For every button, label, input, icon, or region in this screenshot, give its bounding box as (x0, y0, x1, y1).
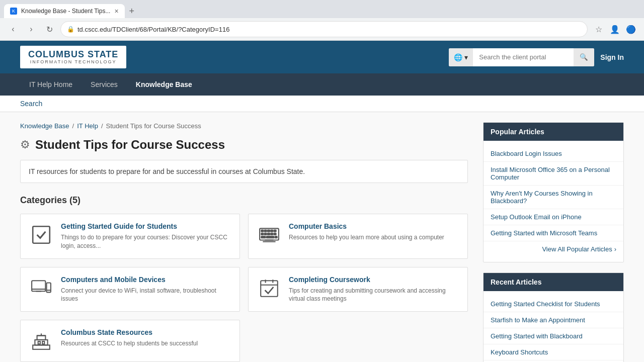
computer-basics-icon (257, 222, 282, 247)
search-button[interactable]: 🔍 (574, 48, 594, 66)
header-right: 🌐 ▾ 🔍 Sign In (449, 48, 624, 66)
computer-basics-title[interactable]: Computer Basics (289, 222, 444, 230)
svg-rect-9 (268, 233, 270, 235)
secondary-search-link[interactable]: Search (20, 100, 42, 108)
getting-started-icon (29, 222, 54, 247)
recent-articles-section: Recent Articles Getting Started Checklis… (483, 273, 624, 362)
computer-basics-desc: Resources to help you learn more about u… (289, 233, 444, 242)
site-nav: IT Help Home Services Knowledge Base (0, 73, 644, 96)
tab-title: Knowledge Base - Student Tips... (21, 8, 110, 15)
profile-button[interactable]: 👤 (608, 22, 622, 36)
breadcrumb-current: Student Tips for Course Success (106, 122, 201, 130)
bookmark-button[interactable]: ☆ (592, 22, 606, 36)
recent-article-4[interactable]: Keyboard Shortcuts (484, 344, 623, 360)
svg-rect-31 (38, 341, 40, 344)
svg-rect-5 (271, 230, 273, 232)
category-card-getting-started[interactable]: Getting Started Guide for Students Thing… (20, 214, 240, 259)
settings-icon: ⚙ (20, 138, 30, 151)
page-title-area: ⚙ Student Tips for Course Success (20, 138, 468, 152)
new-tab-button[interactable]: + (125, 4, 139, 18)
breadcrumb: Knowledge Base / IT Help / Student Tips … (20, 122, 468, 130)
categories-grid: Getting Started Guide for Students Thing… (20, 214, 468, 362)
nav-item-knowledge-base[interactable]: Knowledge Base (127, 73, 201, 96)
content-area: Knowledge Base / IT Help / Student Tips … (20, 122, 468, 362)
sign-in-button[interactable]: Sign In (600, 53, 624, 61)
logo: Columbus State Information Technology (20, 46, 126, 69)
extensions-button[interactable]: 🔵 (624, 22, 638, 36)
forward-button[interactable]: › (24, 22, 38, 36)
svg-rect-4 (268, 230, 270, 232)
svg-rect-27 (35, 340, 47, 345)
url-text: td.cscc.edu/TDClient/68/Portal/KB/?Categ… (77, 26, 229, 33)
breadcrumb-separator-1: / (72, 122, 74, 130)
search-container: 🌐 ▾ 🔍 (449, 48, 594, 66)
columbus-state-resources-info: Columbus State Resources Resources at CS… (61, 328, 198, 348)
popular-article-2[interactable]: Install Microsoft Office 365 on a Person… (484, 162, 623, 186)
svg-rect-13 (267, 236, 274, 238)
view-all-popular-link[interactable]: View All Popular Articles › (484, 241, 623, 257)
description-box: IT resources for students to prepare for… (20, 160, 468, 183)
getting-started-title[interactable]: Getting Started Guide for Students (61, 222, 231, 230)
computers-mobile-title[interactable]: Computers and Mobile Devices (61, 276, 231, 284)
search-input[interactable] (473, 48, 574, 66)
svg-rect-22 (261, 281, 278, 297)
category-card-computer-basics[interactable]: Computer Basics Resources to help you le… (248, 214, 468, 259)
svg-rect-14 (275, 236, 277, 238)
completing-coursework-title[interactable]: Completing Coursework (289, 276, 459, 284)
svg-rect-26 (33, 345, 50, 349)
svg-rect-8 (265, 233, 267, 235)
secondary-nav: Search (0, 96, 644, 112)
getting-started-info: Getting Started Guide for Students Thing… (61, 222, 231, 250)
recent-article-2[interactable]: Starfish to Make an Appointment (484, 312, 623, 328)
completing-coursework-desc: Tips for creating and submitting coursew… (289, 287, 459, 304)
category-card-computers-mobile[interactable]: Computers and Mobile Devices Connect you… (20, 267, 240, 312)
tab-close-button[interactable]: × (114, 7, 118, 15)
site-header: Columbus State Information Technology 🌐 … (0, 41, 644, 73)
main-content: Knowledge Base / IT Help / Student Tips … (0, 112, 644, 362)
description-text: IT resources for students to prepare for… (29, 167, 305, 175)
category-card-completing-coursework[interactable]: Completing Coursework Tips for creating … (248, 267, 468, 312)
browser-actions: ☆ 👤 🔵 (592, 22, 638, 36)
svg-rect-28 (37, 336, 46, 340)
popular-article-5[interactable]: Getting Started with Microsoft Teams (484, 225, 623, 241)
globe-icon: 🌐 (454, 53, 462, 61)
popular-article-4[interactable]: Setup Outlook Email on iPhone (484, 209, 623, 225)
columbus-state-resources-icon (29, 328, 54, 353)
active-tab[interactable]: K Knowledge Base - Student Tips... × (4, 4, 125, 18)
svg-rect-11 (274, 233, 276, 235)
computers-mobile-icon (29, 276, 54, 301)
nav-item-services[interactable]: Services (82, 73, 127, 96)
tab-favicon: K (10, 8, 17, 15)
breadcrumb-separator-2: / (101, 122, 103, 130)
chevron-right-icon: › (614, 245, 616, 253)
svg-rect-10 (271, 233, 273, 235)
columbus-state-resources-title[interactable]: Columbus State Resources (61, 328, 198, 336)
logo-subtitle: Information Technology (28, 59, 118, 64)
svg-rect-12 (261, 236, 265, 238)
recent-articles-content: Getting Started Checklist for Students S… (484, 291, 623, 362)
svg-rect-32 (42, 341, 44, 344)
address-bar: ‹ › ↻ 🔒 td.cscc.edu/TDClient/68/Portal/K… (0, 18, 644, 40)
back-button[interactable]: ‹ (6, 22, 20, 36)
refresh-button[interactable]: ↻ (42, 22, 56, 36)
columbus-state-resources-desc: Resources at CSCC to help students be su… (61, 339, 198, 348)
popular-articles-content: Blackboard Login Issues Install Microsof… (484, 141, 623, 262)
globe-dropdown-icon: ▾ (464, 53, 468, 61)
svg-rect-7 (261, 233, 263, 235)
recent-article-3[interactable]: Getting Started with Blackboard (484, 328, 623, 344)
breadcrumb-knowledge-base[interactable]: Knowledge Base (20, 122, 69, 130)
popular-article-1[interactable]: Blackboard Login Issues (484, 146, 623, 162)
breadcrumb-it-help[interactable]: IT Help (77, 122, 98, 130)
recent-article-1[interactable]: Getting Started Checklist for Students (484, 296, 623, 312)
svg-rect-0 (33, 226, 50, 243)
recent-articles-title: Recent Articles (484, 273, 623, 291)
popular-articles-title: Popular Articles (484, 123, 623, 141)
nav-item-it-help-home[interactable]: IT Help Home (20, 73, 82, 96)
getting-started-desc: Things to do to prepare for your courses… (61, 233, 231, 250)
logo-text: Columbus State (28, 50, 118, 60)
popular-article-3[interactable]: Why Aren't My Courses Showing in Blackbo… (484, 186, 623, 209)
category-card-columbus-state-resources[interactable]: Columbus State Resources Resources at CS… (20, 320, 240, 362)
globe-button[interactable]: 🌐 ▾ (449, 48, 473, 66)
url-bar[interactable]: 🔒 td.cscc.edu/TDClient/68/Portal/KB/?Cat… (60, 21, 588, 37)
popular-articles-section: Popular Articles Blackboard Login Issues… (483, 122, 624, 262)
